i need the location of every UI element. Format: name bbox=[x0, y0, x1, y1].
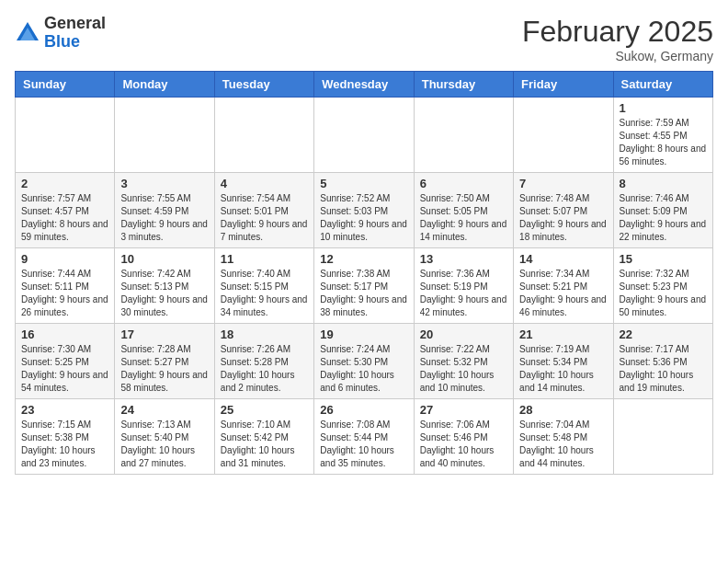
day-number: 10 bbox=[120, 252, 208, 266]
calendar-week-4: 23Sunrise: 7:15 AM Sunset: 5:38 PM Dayli… bbox=[16, 399, 713, 475]
day-info: Sunrise: 7:38 AM Sunset: 5:17 PM Dayligh… bbox=[320, 268, 407, 319]
day-info: Sunrise: 7:59 AM Sunset: 4:55 PM Dayligh… bbox=[620, 117, 707, 168]
calendar-cell: 23Sunrise: 7:15 AM Sunset: 5:38 PM Dayli… bbox=[16, 399, 115, 475]
weekday-header-saturday: Saturday bbox=[613, 72, 712, 98]
calendar-table: SundayMondayTuesdayWednesdayThursdayFrid… bbox=[15, 71, 713, 475]
calendar-cell: 9Sunrise: 7:44 AM Sunset: 5:11 PM Daylig… bbox=[16, 248, 115, 324]
logo-text: General Blue bbox=[44, 15, 106, 52]
day-number: 9 bbox=[21, 252, 108, 266]
weekday-header-monday: Monday bbox=[115, 72, 214, 98]
day-number: 13 bbox=[420, 252, 507, 266]
day-number: 26 bbox=[320, 403, 407, 417]
calendar-cell: 26Sunrise: 7:08 AM Sunset: 5:44 PM Dayli… bbox=[314, 399, 414, 475]
calendar-cell: 17Sunrise: 7:28 AM Sunset: 5:27 PM Dayli… bbox=[115, 324, 214, 399]
calendar-week-0: 1Sunrise: 7:59 AM Sunset: 4:55 PM Daylig… bbox=[16, 98, 713, 173]
day-number: 4 bbox=[221, 177, 308, 190]
calendar-cell: 28Sunrise: 7:04 AM Sunset: 5:48 PM Dayli… bbox=[514, 399, 613, 475]
weekday-header-thursday: Thursday bbox=[414, 72, 513, 98]
calendar-cell bbox=[16, 98, 115, 173]
day-info: Sunrise: 7:52 AM Sunset: 5:03 PM Dayligh… bbox=[320, 192, 407, 244]
day-number: 6 bbox=[420, 177, 507, 190]
day-info: Sunrise: 7:50 AM Sunset: 5:05 PM Dayligh… bbox=[420, 192, 507, 244]
day-number: 23 bbox=[21, 403, 108, 417]
day-number: 3 bbox=[120, 177, 208, 190]
day-info: Sunrise: 7:08 AM Sunset: 5:44 PM Dayligh… bbox=[320, 419, 407, 470]
day-number: 28 bbox=[519, 403, 607, 417]
logo-blue: Blue bbox=[44, 32, 80, 51]
day-number: 11 bbox=[221, 252, 308, 266]
calendar-cell: 6Sunrise: 7:50 AM Sunset: 5:05 PM Daylig… bbox=[414, 173, 513, 248]
day-info: Sunrise: 7:57 AM Sunset: 4:57 PM Dayligh… bbox=[21, 192, 108, 244]
day-number: 19 bbox=[320, 327, 407, 341]
day-info: Sunrise: 7:44 AM Sunset: 5:11 PM Dayligh… bbox=[21, 268, 108, 319]
calendar-cell: 3Sunrise: 7:55 AM Sunset: 4:59 PM Daylig… bbox=[115, 173, 214, 248]
logo-general: General bbox=[44, 14, 106, 32]
calendar-cell bbox=[115, 98, 214, 173]
day-info: Sunrise: 7:54 AM Sunset: 5:01 PM Dayligh… bbox=[221, 192, 308, 244]
calendar-cell: 5Sunrise: 7:52 AM Sunset: 5:03 PM Daylig… bbox=[314, 173, 414, 248]
day-info: Sunrise: 7:06 AM Sunset: 5:46 PM Dayligh… bbox=[420, 419, 507, 470]
day-number: 2 bbox=[21, 177, 108, 190]
day-number: 16 bbox=[21, 327, 108, 341]
logo: General Blue bbox=[15, 15, 106, 52]
calendar-cell bbox=[214, 98, 313, 173]
calendar-cell: 13Sunrise: 7:36 AM Sunset: 5:19 PM Dayli… bbox=[414, 248, 513, 324]
calendar-cell: 27Sunrise: 7:06 AM Sunset: 5:46 PM Dayli… bbox=[414, 399, 513, 475]
location: Sukow, Germany bbox=[522, 49, 713, 63]
day-info: Sunrise: 7:30 AM Sunset: 5:25 PM Dayligh… bbox=[21, 343, 108, 395]
weekday-header-friday: Friday bbox=[514, 72, 613, 98]
calendar-cell: 16Sunrise: 7:30 AM Sunset: 5:25 PM Dayli… bbox=[16, 324, 115, 399]
day-number: 1 bbox=[620, 101, 707, 115]
calendar-cell: 24Sunrise: 7:13 AM Sunset: 5:40 PM Dayli… bbox=[115, 399, 214, 475]
day-info: Sunrise: 7:22 AM Sunset: 5:32 PM Dayligh… bbox=[420, 343, 507, 395]
calendar-cell bbox=[314, 98, 414, 173]
day-number: 7 bbox=[519, 177, 607, 190]
day-number: 21 bbox=[519, 327, 607, 341]
calendar-cell: 10Sunrise: 7:42 AM Sunset: 5:13 PM Dayli… bbox=[115, 248, 214, 324]
day-number: 15 bbox=[620, 252, 707, 266]
logo-icon bbox=[15, 20, 40, 46]
day-number: 24 bbox=[120, 403, 208, 417]
day-info: Sunrise: 7:17 AM Sunset: 5:36 PM Dayligh… bbox=[620, 343, 707, 395]
day-info: Sunrise: 7:34 AM Sunset: 5:21 PM Dayligh… bbox=[519, 268, 607, 319]
day-info: Sunrise: 7:36 AM Sunset: 5:19 PM Dayligh… bbox=[420, 268, 507, 319]
day-number: 18 bbox=[221, 327, 308, 341]
day-number: 5 bbox=[320, 177, 407, 190]
calendar-cell: 19Sunrise: 7:24 AM Sunset: 5:30 PM Dayli… bbox=[314, 324, 414, 399]
day-info: Sunrise: 7:13 AM Sunset: 5:40 PM Dayligh… bbox=[120, 419, 208, 470]
day-info: Sunrise: 7:46 AM Sunset: 5:09 PM Dayligh… bbox=[620, 192, 707, 244]
day-number: 14 bbox=[519, 252, 607, 266]
calendar-cell: 14Sunrise: 7:34 AM Sunset: 5:21 PM Dayli… bbox=[514, 248, 613, 324]
day-info: Sunrise: 7:48 AM Sunset: 5:07 PM Dayligh… bbox=[519, 192, 607, 244]
calendar-cell: 12Sunrise: 7:38 AM Sunset: 5:17 PM Dayli… bbox=[314, 248, 414, 324]
day-info: Sunrise: 7:10 AM Sunset: 5:42 PM Dayligh… bbox=[221, 419, 308, 470]
day-info: Sunrise: 7:32 AM Sunset: 5:23 PM Dayligh… bbox=[620, 268, 707, 319]
page-header: General Blue February 2025 Sukow, German… bbox=[15, 15, 713, 63]
day-number: 8 bbox=[620, 177, 707, 190]
title-block: February 2025 Sukow, Germany bbox=[522, 15, 713, 63]
weekday-header-sunday: Sunday bbox=[16, 72, 115, 98]
calendar-cell bbox=[514, 98, 613, 173]
calendar-cell: 18Sunrise: 7:26 AM Sunset: 5:28 PM Dayli… bbox=[214, 324, 313, 399]
day-info: Sunrise: 7:42 AM Sunset: 5:13 PM Dayligh… bbox=[120, 268, 208, 319]
calendar-cell bbox=[414, 98, 513, 173]
calendar-week-1: 2Sunrise: 7:57 AM Sunset: 4:57 PM Daylig… bbox=[16, 173, 713, 248]
weekday-header-row: SundayMondayTuesdayWednesdayThursdayFrid… bbox=[16, 72, 713, 98]
calendar-cell bbox=[613, 399, 712, 475]
calendar-cell: 1Sunrise: 7:59 AM Sunset: 4:55 PM Daylig… bbox=[613, 98, 712, 173]
day-info: Sunrise: 7:28 AM Sunset: 5:27 PM Dayligh… bbox=[120, 343, 208, 395]
calendar-cell: 8Sunrise: 7:46 AM Sunset: 5:09 PM Daylig… bbox=[613, 173, 712, 248]
calendar-cell: 20Sunrise: 7:22 AM Sunset: 5:32 PM Dayli… bbox=[414, 324, 513, 399]
day-number: 17 bbox=[120, 327, 208, 341]
calendar-cell: 15Sunrise: 7:32 AM Sunset: 5:23 PM Dayli… bbox=[613, 248, 712, 324]
day-info: Sunrise: 7:24 AM Sunset: 5:30 PM Dayligh… bbox=[320, 343, 407, 395]
day-info: Sunrise: 7:55 AM Sunset: 4:59 PM Dayligh… bbox=[120, 192, 208, 244]
calendar-cell: 21Sunrise: 7:19 AM Sunset: 5:34 PM Dayli… bbox=[514, 324, 613, 399]
calendar-week-2: 9Sunrise: 7:44 AM Sunset: 5:11 PM Daylig… bbox=[16, 248, 713, 324]
weekday-header-tuesday: Tuesday bbox=[214, 72, 313, 98]
calendar-cell: 2Sunrise: 7:57 AM Sunset: 4:57 PM Daylig… bbox=[16, 173, 115, 248]
calendar-cell: 25Sunrise: 7:10 AM Sunset: 5:42 PM Dayli… bbox=[214, 399, 313, 475]
day-number: 22 bbox=[620, 327, 707, 341]
day-info: Sunrise: 7:15 AM Sunset: 5:38 PM Dayligh… bbox=[21, 419, 108, 470]
day-number: 12 bbox=[320, 252, 407, 266]
